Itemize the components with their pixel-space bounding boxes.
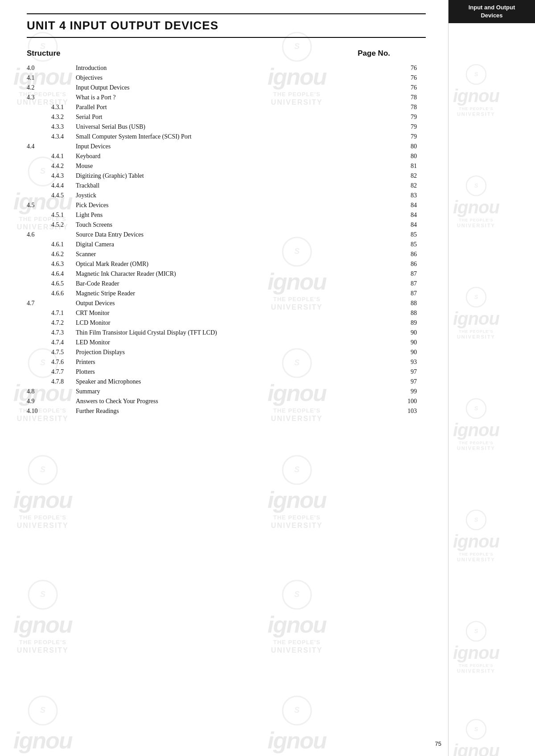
toc-title: CRT Monitor: [76, 308, 390, 318]
toc-row: 4.0Introduction76: [27, 63, 426, 73]
toc-id: 4.3: [27, 93, 51, 102]
sidebar-watermark-7: S ignou THE PEOPLE'S UNIVERSITY: [453, 718, 499, 756]
sidebar-watermark-4: S ignou THE PEOPLE'S UNIVERSITY: [453, 397, 499, 451]
toc-page: 97: [390, 377, 426, 387]
toc-row: 4.3.4Small Computer System Interface (SC…: [27, 132, 426, 142]
toc-title: Printers: [76, 357, 390, 367]
svg-text:S: S: [474, 726, 478, 732]
toc-sub-id: 4.4.4: [51, 181, 76, 191]
toc-page: 78: [390, 102, 426, 112]
toc-title: Parallel Port: [76, 102, 390, 112]
toc-id: [27, 328, 51, 338]
toc-title: Optical Mark Reader (OMR): [76, 259, 390, 269]
sidebar-watermark-6: S ignou THE PEOPLE'S UNIVERSITY: [453, 620, 499, 674]
toc-row: 4.7.3Thin Film Transistor Liquid Crystal…: [27, 328, 426, 338]
toc-page: 86: [390, 249, 426, 259]
toc-sub-id: [51, 93, 76, 102]
toc-page: 82: [390, 181, 426, 191]
toc-title: Pick Devices: [76, 200, 390, 210]
toc-page: 97: [390, 367, 426, 377]
svg-text:S: S: [474, 628, 478, 634]
toc-id: 4.4: [27, 142, 51, 151]
toc-id: [27, 151, 51, 161]
toc-id: [27, 220, 51, 230]
toc-sub-id: 4.7.5: [51, 347, 76, 357]
toc-id: [27, 181, 51, 191]
toc-row: 4.4.1Keyboard80: [27, 151, 426, 161]
toc-title: Answers to Check Your Progress: [76, 396, 390, 406]
toc-sub-id: 4.4.1: [51, 151, 76, 161]
toc-id: [27, 132, 51, 142]
toc-page: 80: [390, 142, 426, 151]
toc-row: 4.7Output Devices88: [27, 298, 426, 308]
toc-page: 76: [390, 63, 426, 73]
toc-title: Universal Serial Bus (USB): [76, 122, 390, 132]
toc-id: [27, 122, 51, 132]
toc-page: 99: [390, 387, 426, 396]
svg-text:S: S: [474, 405, 478, 412]
unit-title: UNIT 4 INPUT OUTPUT DEVICES: [27, 19, 218, 32]
toc-id: 4.2: [27, 83, 51, 93]
toc-sub-id: [51, 200, 76, 210]
toc-page: 100: [390, 396, 426, 406]
toc-page: 79: [390, 112, 426, 122]
toc-row: 4.8Summary99: [27, 387, 426, 396]
toc-id: [27, 279, 51, 289]
toc-id: 4.1: [27, 73, 51, 83]
toc-page: 86: [390, 259, 426, 269]
toc-sub-id: 4.6.6: [51, 289, 76, 298]
toc-row: 4.6.1Digital Camera85: [27, 240, 426, 249]
page-number: 75: [435, 740, 441, 747]
sidebar-watermarks: S ignou THE PEOPLE'S UNIVERSITY S ignou …: [449, 23, 535, 756]
toc-sub-id: 4.4.2: [51, 161, 76, 171]
svg-text:S: S: [294, 706, 300, 715]
toc-page: 81: [390, 161, 426, 171]
toc-row: 4.7.1CRT Monitor88: [27, 308, 426, 318]
toc-id: [27, 259, 51, 269]
svg-text:S: S: [294, 465, 300, 474]
toc-row: 4.7.6Printers93: [27, 357, 426, 367]
toc-row: 4.3What is a Port ?78: [27, 93, 426, 102]
toc-id: 4.9: [27, 396, 51, 406]
svg-text:S: S: [474, 294, 478, 300]
svg-point-22: [283, 696, 311, 725]
toc-sub-id: 4.3.1: [51, 102, 76, 112]
toc-sub-id: [51, 387, 76, 396]
toc-page: 84: [390, 220, 426, 230]
toc-id: [27, 249, 51, 259]
toc-sub-id: 4.7.6: [51, 357, 76, 367]
watermark-10: S ignou THE PEOPLE'S UNIVERSITY: [268, 579, 326, 654]
watermark-11: S ignou THE PEOPLE'S UNIVERSITY: [13, 695, 72, 756]
toc-row: 4.4.3Digitizing (Graphic) Tablet82: [27, 171, 426, 181]
toc-row: 4.3.3Universal Serial Bus (USB)79: [27, 122, 426, 132]
toc-row: 4.6.5Bar-Code Reader87: [27, 279, 426, 289]
toc-id: [27, 210, 51, 220]
toc-sub-id: 4.6.2: [51, 249, 76, 259]
toc-row: 4.9Answers to Check Your Progress100: [27, 396, 426, 406]
toc-page: 88: [390, 308, 426, 318]
main-content: UNIT 4 INPUT OUTPUT DEVICES Structure Pa…: [0, 0, 448, 443]
toc-title: Thin Film Transistor Liquid Crystal Disp…: [76, 328, 390, 338]
toc-id: [27, 347, 51, 357]
structure-label: Structure: [27, 49, 61, 58]
toc-page: 87: [390, 289, 426, 298]
toc-sub-id: [51, 230, 76, 240]
toc-title: Projection Displays: [76, 347, 390, 357]
toc-page: 88: [390, 298, 426, 308]
toc-title: Output Devices: [76, 298, 390, 308]
toc-row: 4.5.1Light Pens84: [27, 210, 426, 220]
toc-sub-id: 4.7.1: [51, 308, 76, 318]
page-wrapper: S ignou THE PEOPLE'S UNIVERSITY S ignou …: [0, 0, 535, 756]
toc-row: 4.7.5Projection Displays90: [27, 347, 426, 357]
toc-page: 76: [390, 73, 426, 83]
sidebar-watermark-1: S ignou THE PEOPLE'S UNIVERSITY: [453, 63, 499, 117]
toc-title: What is a Port ?: [76, 93, 390, 102]
toc-id: [27, 308, 51, 318]
toc-id: [27, 191, 51, 200]
sidebar-header: Input and Output Devices: [449, 0, 535, 23]
toc-page: 93: [390, 357, 426, 367]
toc-title: Introduction: [76, 63, 390, 73]
watermark-12: S ignou THE PEOPLE'S UNIVERSITY: [268, 695, 326, 756]
toc-sub-id: 4.6.1: [51, 240, 76, 249]
toc-sub-id: 4.7.3: [51, 328, 76, 338]
